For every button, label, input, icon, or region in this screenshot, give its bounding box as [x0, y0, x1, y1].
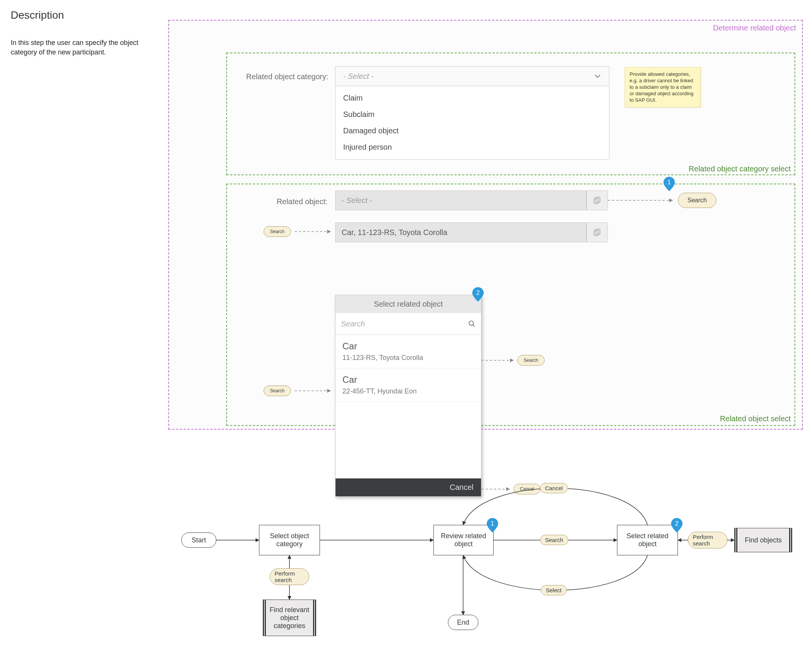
- flow-select-label: Select: [541, 585, 567, 595]
- marker-2: 2: [472, 287, 484, 302]
- flow-cancel-label: Cancel: [540, 483, 568, 493]
- marker-2: 2: [671, 518, 683, 532]
- search-pill[interactable]: Search: [517, 355, 545, 366]
- value-help-icon: [593, 196, 601, 205]
- search-icon: [468, 320, 476, 328]
- flow-search-label: Search: [540, 535, 568, 545]
- modal-option-title: Car: [342, 374, 474, 385]
- svg-point-7: [469, 321, 474, 326]
- category-option[interactable]: Damaged object: [336, 123, 609, 139]
- modal-option-subtitle: 11-123-RS, Toyota Corolla: [342, 354, 474, 362]
- flow-select-category: Select object category: [259, 525, 320, 555]
- modal-cancel-button[interactable]: Cancel: [336, 478, 481, 496]
- value-help-button[interactable]: [587, 190, 608, 210]
- category-select-placeholder: - Select -: [343, 72, 374, 81]
- modal-option[interactable]: Car 11-123-RS, Toyota Corolla: [336, 335, 481, 368]
- object-select-frame-label: Related object select: [678, 414, 791, 423]
- modal-search-input[interactable]: Search: [336, 313, 481, 335]
- sticky-note: Provide allowed categories, e.g. a drive…: [625, 67, 701, 107]
- related-object-input-empty[interactable]: - Select -: [335, 190, 587, 210]
- svg-line-8: [473, 325, 475, 327]
- related-object-input-filled[interactable]: Car, 11-123-RS, Toyota Corolla: [335, 222, 587, 242]
- search-pill[interactable]: Search: [264, 226, 291, 237]
- connector: [481, 485, 512, 493]
- category-option[interactable]: Injured person: [336, 139, 609, 155]
- category-select-frame-label: Related object category select: [617, 165, 791, 173]
- modal-title: Select related object: [336, 295, 481, 313]
- search-pill[interactable]: Search: [678, 193, 716, 208]
- page-title: Description: [11, 9, 64, 21]
- search-pill[interactable]: Search: [264, 385, 291, 396]
- category-option[interactable]: Subclaim: [336, 106, 609, 123]
- modal-option-title: Car: [342, 341, 474, 352]
- svg-text:2: 2: [675, 520, 679, 527]
- category-field-label: Related object category:: [237, 72, 328, 81]
- connector: [608, 197, 675, 204]
- flow-end: End: [448, 615, 478, 630]
- svg-text:1: 1: [491, 520, 494, 527]
- category-dropdown-list: Claim Subclaim Damaged object Injured pe…: [335, 86, 609, 160]
- value-help-icon: [593, 228, 601, 237]
- modal-option-subtitle: 22-456-TT, Hyundai Eon: [342, 387, 474, 395]
- flow-perform-search-label: Perform search: [270, 568, 309, 585]
- select-related-object-modal: Select related object Search Car 11-123-…: [335, 295, 481, 497]
- svg-text:1: 1: [668, 179, 671, 185]
- marker-1: 1: [487, 518, 498, 532]
- category-option[interactable]: Claim: [336, 90, 609, 106]
- related-object-placeholder: - Select -: [342, 196, 372, 205]
- connector: [481, 357, 516, 364]
- determine-related-object-label: Determine related object: [644, 24, 796, 32]
- flow-review-related: Review related object: [433, 525, 494, 555]
- description-text: In this step the user can specify the ob…: [11, 38, 148, 57]
- connector: [295, 228, 333, 235]
- modal-option[interactable]: Car 22-456-TT, Hyundai Eon: [336, 368, 481, 402]
- related-object-value: Car, 11-123-RS, Toyota Corolla: [342, 228, 448, 237]
- svg-text:2: 2: [476, 289, 480, 296]
- flow-perform-search-label: Perform search: [688, 532, 727, 548]
- chevron-down-icon: [594, 72, 601, 80]
- flow-select-related: Select related object: [617, 525, 678, 555]
- connector: [295, 387, 333, 395]
- related-object-label: Related object:: [267, 197, 328, 206]
- marker-1: 1: [663, 177, 675, 191]
- flow-find-objects: Find objects: [734, 528, 792, 552]
- value-help-button[interactable]: [587, 222, 608, 242]
- flow-start: Start: [181, 532, 216, 548]
- flow-find-relevant-categories: Find relevant object categories: [263, 600, 316, 636]
- modal-search-placeholder: Search: [341, 320, 365, 328]
- category-select[interactable]: - Select -: [335, 66, 609, 86]
- cancel-pill[interactable]: Cancel: [513, 484, 540, 494]
